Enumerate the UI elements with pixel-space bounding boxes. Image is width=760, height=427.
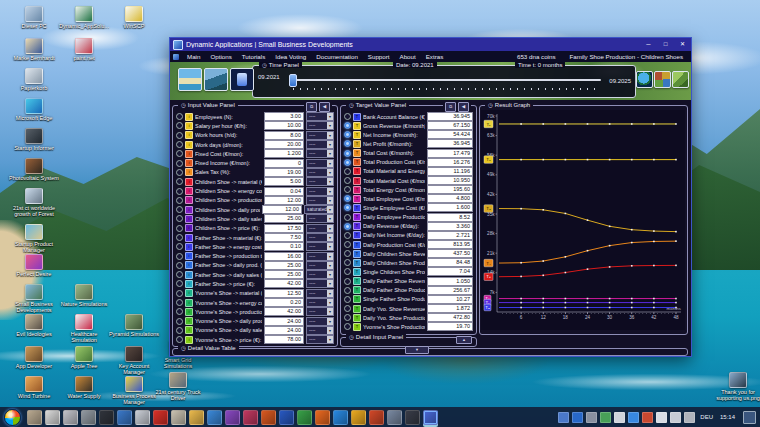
input-row-radio[interactable] <box>176 169 183 176</box>
input-row-value-field[interactable]: 24.00 <box>264 326 304 335</box>
desktop-icon-startup-informer[interactable]: Startup Informer <box>8 128 60 151</box>
chevron-down-icon[interactable]: ▾ <box>327 253 333 260</box>
input-row-value-field[interactable]: 7.50 <box>264 233 304 242</box>
tray-gray[interactable] <box>586 412 597 423</box>
target-row-radio[interactable] <box>344 296 351 303</box>
chevron-down-icon[interactable]: ▾ <box>327 318 333 325</box>
input-row-radio[interactable] <box>176 206 183 213</box>
target-row-value-field[interactable]: 813.95 <box>427 240 473 249</box>
target-row-radio[interactable] <box>344 305 351 312</box>
pinned-app-doc[interactable] <box>135 410 150 425</box>
chevron-down-icon[interactable]: ▾ <box>327 113 333 120</box>
chevron-down-icon[interactable]: ▾ <box>327 215 333 222</box>
target-row-radio[interactable] <box>344 214 351 221</box>
chevron-down-icon[interactable]: ▾ <box>327 327 333 334</box>
input-row-mode-dropdown[interactable]: ----▾ <box>306 140 334 149</box>
input-row-mode-dropdown[interactable]: ----▾ <box>306 233 334 242</box>
target-row-value-field[interactable]: 16.276 <box>427 158 473 167</box>
menu-item-extras[interactable]: Extras <box>421 53 449 60</box>
input-row-radio[interactable] <box>176 178 183 185</box>
exit-door-button[interactable] <box>230 68 254 91</box>
input-row-mode-dropdown[interactable]: ----▾ <box>306 168 334 177</box>
pinned-app-dark[interactable] <box>405 410 420 425</box>
target-row-value-field[interactable]: 472.80 <box>427 313 473 322</box>
input-row-mode-dropdown[interactable]: ----▾ <box>306 214 334 223</box>
detail-input-expand-button[interactable]: ▲ <box>456 336 472 344</box>
input-row-value-field[interactable]: 20.00 <box>264 140 304 149</box>
input-row-radio[interactable] <box>176 327 183 334</box>
input-row-radio[interactable] <box>176 253 183 260</box>
pinned-app-pink[interactable] <box>243 410 258 425</box>
input-row-value-field[interactable]: 5.00 <box>264 177 304 186</box>
input-row-mode-dropdown[interactable]: ----▾ <box>306 279 334 288</box>
input-row-radio[interactable] <box>176 262 183 269</box>
desktop-icon-paint-net[interactable]: paint.net <box>58 38 110 61</box>
desktop-icon-perfect-desire[interactable]: Perfect Desire <box>8 254 60 277</box>
chevron-down-icon[interactable]: ▾ <box>327 280 333 287</box>
chevron-down-icon[interactable]: ▾ <box>327 197 333 204</box>
input-row-mode-dropdown[interactable]: ----▾ <box>306 335 334 344</box>
desktop-icon-dynamic-appsolu[interactable]: Dynamic_AppSolu... <box>58 6 110 29</box>
tray-network[interactable] <box>670 412 681 423</box>
scene-beach-button[interactable] <box>178 68 202 91</box>
desktop-icon-small-business-developments[interactable]: Small Business Developments <box>8 284 60 313</box>
target-panel-export-button[interactable]: ⧉ <box>445 102 456 112</box>
chevron-down-icon[interactable]: ▾ <box>327 188 333 195</box>
target-row-radio[interactable] <box>344 314 351 321</box>
desktop-icon-app-developer[interactable]: App Developer <box>8 346 60 369</box>
scene-cliff-button[interactable] <box>204 68 228 91</box>
tray-person[interactable] <box>656 412 667 423</box>
chevron-down-icon[interactable]: ▾ <box>327 308 333 315</box>
chevron-down-icon[interactable]: ▾ <box>327 336 333 343</box>
target-row-value-field[interactable]: 11.196 <box>427 167 473 176</box>
target-row-value-field[interactable]: 67.150 <box>427 121 473 130</box>
menu-item-idea-voting[interactable]: Idea Voting <box>270 53 311 60</box>
desktop-icon-microsoft-edge[interactable]: Microsoft Edge <box>8 98 60 121</box>
input-row-value-field[interactable]: 12.00 <box>262 205 302 214</box>
target-row-value-field[interactable]: 195.60 <box>427 185 473 194</box>
detail-value-table-expand-button[interactable]: ▼ <box>405 346 429 354</box>
input-row-value-field[interactable]: 0.20 <box>264 298 304 307</box>
tray-app-blue[interactable] <box>558 412 569 423</box>
chevron-down-icon[interactable]: ▾ <box>327 299 333 306</box>
target-row-value-field[interactable]: 19.70 <box>427 322 473 331</box>
target-row-radio[interactable] <box>344 122 351 129</box>
target-row-radio[interactable] <box>344 204 351 211</box>
input-row-radio[interactable] <box>176 150 183 157</box>
target-row-radio[interactable] <box>344 250 351 257</box>
target-row-radio[interactable] <box>344 177 351 184</box>
language-indicator[interactable]: DEU <box>698 414 715 420</box>
desktop-icon-thank-you-for-supporting-us-png[interactable]: Thank you for supporting us.png <box>712 372 760 401</box>
target-row-value-field[interactable]: 1.600 <box>427 203 473 212</box>
input-row-mode-dropdown[interactable]: ----▾ <box>306 289 334 298</box>
desktop-icon-winscp[interactable]: WinSCP <box>108 6 160 29</box>
desktop-icon-healthcare-simulation[interactable]: Healthcare Simulation <box>58 314 110 343</box>
target-row-value-field[interactable]: 256.67 <box>427 286 473 295</box>
pinned-app-browser[interactable] <box>333 410 348 425</box>
target-row-radio[interactable] <box>344 323 351 330</box>
input-row-value-field[interactable]: 1.200 <box>264 149 304 158</box>
tray-colored-grid[interactable] <box>642 412 653 423</box>
desktop-icon-21st-ct-worldwide-growth-of-forest[interactable]: 21st ct worldwide growth of Forest <box>8 188 60 217</box>
input-row-value-field[interactable]: 25.00 <box>264 261 304 270</box>
desktop-icon-papierkorb[interactable]: Papierkorb <box>8 68 60 91</box>
chevron-down-icon[interactable]: ▾ <box>327 262 333 269</box>
desktop-icon-21st-century-truck-driver[interactable]: 21st century Truck Driver <box>152 372 204 401</box>
target-row-radio[interactable] <box>344 168 351 175</box>
input-row-value-field[interactable]: 24.00 <box>264 317 304 326</box>
target-row-radio[interactable] <box>344 259 351 266</box>
tray-window[interactable] <box>614 412 625 423</box>
pinned-app-red[interactable] <box>153 410 168 425</box>
target-row-radio[interactable] <box>344 150 351 157</box>
target-row-value-field[interactable]: 36.945 <box>427 139 473 148</box>
target-panel-collapse-button[interactable]: ◀ <box>458 102 469 112</box>
input-row-value-field[interactable]: 25.00 <box>264 214 304 223</box>
chevron-down-icon[interactable]: ▾ <box>327 225 333 232</box>
target-row-value-field[interactable]: 7.04 <box>427 267 473 276</box>
chevron-down-icon[interactable]: ▾ <box>327 122 333 129</box>
input-row-mode-dropdown[interactable]: ----▾ <box>306 252 334 261</box>
maximize-button[interactable]: □ <box>657 38 674 51</box>
input-row-mode-dropdown[interactable]: ----▾ <box>306 131 334 140</box>
input-row-mode-dropdown[interactable]: ----▾ <box>306 177 334 186</box>
input-row-radio[interactable] <box>176 132 183 139</box>
